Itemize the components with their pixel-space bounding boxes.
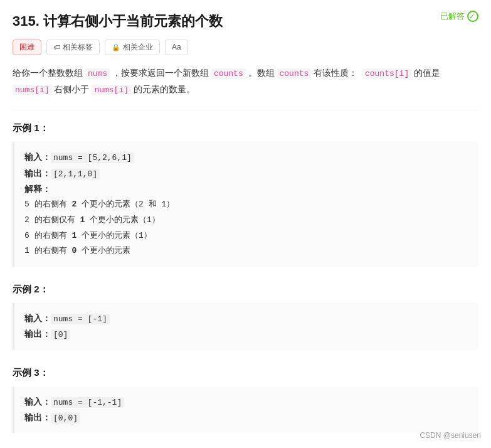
example-3-content: 输入：nums = [-1,-1] 输出：[0,0] <box>13 387 478 434</box>
example-1-output: 输出：[2,1,1,0] <box>24 166 468 181</box>
example-2: 示例 2： 输入：nums = [-1] 输出：[0] <box>13 282 478 350</box>
output-label-2: 输出： <box>24 329 51 339</box>
example-3-input: 输入：nums = [-1,-1] <box>24 394 468 410</box>
page-title: 315. 计算右侧小于当前元素的个数 <box>13 10 223 32</box>
desc-numsi-code2: nums[i] <box>92 85 131 95</box>
desc-counts-code2: counts <box>277 68 311 79</box>
example-1-content: 输入：nums = [5,2,6,1] 输出：[2,1,1,0] 解释： 5 的… <box>13 142 478 267</box>
example-2-input: 输入：nums = [-1] <box>24 311 468 326</box>
tag-related-companies-text: 相关企业 <box>123 41 153 53</box>
desc-numsi-code: nums[i] <box>13 85 52 95</box>
example-2-output-code: [0] <box>51 329 70 340</box>
example-1-title: 示例 1： <box>13 120 478 136</box>
example-1-explanation: 5 的右侧有 2 个更小的元素（2 和 1） 2 的右侧仅有 1 个更小的元素（… <box>24 197 468 259</box>
example-1-output-code: [2,1,1,0] <box>51 169 100 179</box>
watermark: CSDN @seniusen <box>420 430 481 442</box>
solved-icon <box>467 11 478 22</box>
desc-countsi-code: counts[i] <box>362 68 411 79</box>
example-2-title: 示例 2： <box>13 282 478 297</box>
example-3-title: 示例 3： <box>13 365 478 380</box>
output-label-1: 输出： <box>24 168 51 178</box>
tag-related-labels-text: 相关标签 <box>63 41 93 53</box>
divider-1 <box>13 110 478 110</box>
example-3-output: 输出：[0,0] <box>24 410 468 425</box>
tag-label-icon: 🏷 <box>53 42 60 53</box>
lock-icon: 🔒 <box>112 42 120 53</box>
example-3: 示例 3： 输入：nums = [-1,-1] 输出：[0,0] <box>13 365 478 434</box>
example-3-output-code: [0,0] <box>51 413 80 424</box>
example-2-output: 输出：[0] <box>24 326 468 342</box>
header-row: 315. 计算右侧小于当前元素的个数 已解答 <box>13 10 478 32</box>
example-2-input-code: nums = [-1] <box>51 314 110 324</box>
explanation-label: 解释： <box>24 184 51 194</box>
example-3-input-code: nums = [-1,-1] <box>51 397 124 408</box>
desc-counts-code: counts <box>211 68 246 79</box>
example-1-explanation-title: 解释： <box>24 181 468 197</box>
input-label-1: 输入： <box>24 152 51 162</box>
tag-difficulty[interactable]: 困难 <box>13 40 41 55</box>
input-label-3: 输入： <box>24 397 51 407</box>
solved-label: 已解答 <box>440 10 465 23</box>
tag-related-labels[interactable]: 🏷 相关标签 <box>46 40 100 55</box>
output-label-3: 输出： <box>24 412 51 422</box>
example-1-input: 输入：nums = [5,2,6,1] <box>24 149 468 165</box>
tag-related-companies[interactable]: 🔒 相关企业 <box>105 40 160 55</box>
solved-badge: 已解答 <box>440 10 478 23</box>
desc-nums-code: nums <box>85 68 110 79</box>
tags-row: 困难 🏷 相关标签 🔒 相关企业 Aa <box>13 40 478 55</box>
example-2-content: 输入：nums = [-1] 输出：[0] <box>13 303 478 350</box>
problem-description: 给你一个整数数组 nums ，按要求返回一个新数组 counts 。数组 cou… <box>13 65 478 97</box>
example-1-input-code: nums = [5,2,6,1] <box>51 152 134 163</box>
tag-font[interactable]: Aa <box>165 40 188 55</box>
input-label-2: 输入： <box>24 313 51 323</box>
example-1: 示例 1： 输入：nums = [5,2,6,1] 输出：[2,1,1,0] 解… <box>13 120 478 267</box>
tag-font-text: Aa <box>172 41 181 53</box>
